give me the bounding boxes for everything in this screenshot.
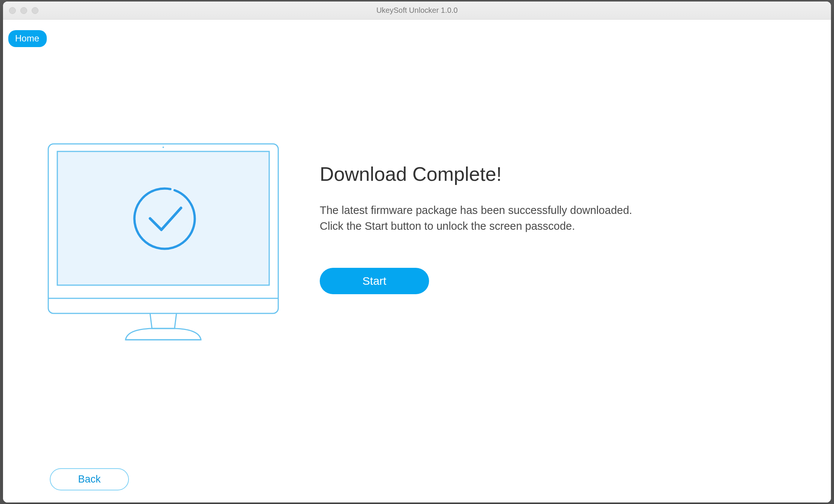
close-window-button[interactable] bbox=[9, 7, 16, 14]
titlebar: UkeySoft Unlocker 1.0.0 bbox=[3, 2, 831, 20]
app-window: UkeySoft Unlocker 1.0.0 Home bbox=[3, 2, 831, 502]
window-controls bbox=[9, 7, 38, 14]
minimize-window-button[interactable] bbox=[20, 7, 27, 14]
monitor-illustration bbox=[44, 140, 282, 345]
maximize-window-button[interactable] bbox=[32, 7, 38, 14]
home-tab[interactable]: Home bbox=[8, 30, 47, 47]
monitor-checkmark-icon bbox=[44, 140, 282, 344]
back-button[interactable]: Back bbox=[50, 468, 129, 490]
description-line-2: Click the Start button to unlock the scr… bbox=[320, 220, 575, 232]
page-heading: Download Complete! bbox=[320, 163, 632, 185]
window-title: UkeySoft Unlocker 1.0.0 bbox=[376, 6, 458, 15]
svg-point-1 bbox=[163, 147, 164, 148]
svg-rect-2 bbox=[57, 151, 269, 285]
content-area: Home bbox=[3, 20, 831, 502]
description-line-1: The latest firmware package has been suc… bbox=[320, 204, 632, 216]
main-area: Download Complete! The latest firmware p… bbox=[3, 20, 831, 345]
start-button[interactable]: Start bbox=[320, 268, 429, 294]
description-text: The latest firmware package has been suc… bbox=[320, 202, 632, 234]
text-section: Download Complete! The latest firmware p… bbox=[320, 140, 632, 294]
